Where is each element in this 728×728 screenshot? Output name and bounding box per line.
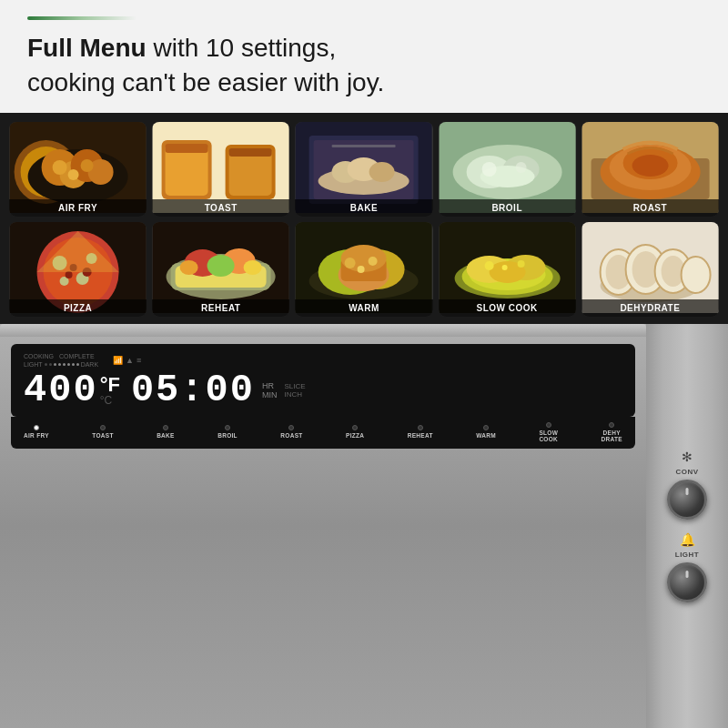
conv-label: CONV — [675, 468, 698, 476]
dot-1 — [45, 363, 47, 366]
btn-slow-cook[interactable]: SLOWCOOK — [539, 422, 558, 444]
food-label-warm: WARM — [295, 299, 432, 317]
btn-dot-reheat — [418, 425, 423, 430]
svg-point-38 — [632, 155, 668, 177]
btn-label-roast: ROAST — [280, 432, 302, 440]
btn-dot-bake — [163, 425, 168, 430]
svg-point-55 — [207, 255, 235, 277]
svg-point-9 — [68, 169, 79, 180]
svg-point-10 — [81, 159, 94, 172]
btn-label-air-fry: AIR FRY — [24, 432, 49, 440]
page-wrapper: Full Menu with 10 settings,cooking can't… — [0, 0, 728, 728]
btn-broil[interactable]: BROIL — [217, 425, 238, 440]
food-label-slow-cook: SLOW COOK — [439, 299, 576, 317]
btn-toast[interactable]: TOAST — [92, 425, 113, 440]
food-label-pizza: PIZZA — [9, 299, 147, 317]
display-unit-f: °F — [100, 375, 120, 395]
svg-rect-17 — [229, 148, 272, 157]
svg-point-48 — [66, 271, 73, 278]
display-time-value: 05:00 — [131, 371, 255, 410]
control-panel: COOKING COMPLETE LIGHT — [0, 324, 728, 728]
btn-air-fry[interactable]: AIR FRY — [24, 425, 49, 440]
svg-point-24 — [369, 162, 395, 182]
svg-point-32 — [515, 162, 526, 173]
food-grid-section: AIR FRY TOAST — [0, 113, 728, 324]
dot-8 — [76, 363, 79, 366]
btn-label-reheat: REHEAT — [408, 432, 433, 440]
food-item-broil[interactable]: BROIL — [439, 122, 576, 217]
svg-point-8 — [53, 160, 67, 175]
btn-label-slow-cook: SLOWCOOK — [539, 430, 558, 444]
panel-top-edge — [0, 324, 646, 337]
time-unit-min: MIN — [262, 390, 278, 399]
svg-rect-25 — [332, 145, 396, 147]
svg-point-56 — [180, 260, 198, 275]
food-item-warm[interactable]: WARM — [295, 222, 432, 317]
light-label: LIGHT — [675, 551, 700, 559]
svg-rect-16 — [166, 144, 208, 153]
svg-point-67 — [358, 266, 365, 273]
header-title: Full Menu with 10 settings,cooking can't… — [27, 31, 701, 100]
display-side-labels: SLICE INCH — [284, 382, 305, 399]
btn-dehydrate[interactable]: DEHYDRATE — [602, 422, 622, 444]
btn-label-broil: BROIL — [217, 432, 238, 440]
light-icon: 🔔 — [680, 532, 695, 547]
btn-dot-toast — [100, 425, 106, 430]
btn-dot-broil — [225, 425, 230, 430]
dot-5 — [63, 363, 66, 366]
btn-pizza[interactable]: PIZZA — [346, 425, 364, 440]
btn-dot-air-fry — [34, 425, 39, 430]
knob-panel: ✻ CONV 🔔 LIGHT — [646, 324, 728, 728]
dot-6 — [67, 363, 70, 366]
light-knob[interactable] — [667, 562, 707, 602]
btn-label-pizza: PIZZA — [346, 432, 364, 440]
food-item-roast[interactable]: ROAST — [581, 122, 719, 217]
conv-icon: ✻ — [682, 450, 693, 464]
display-area: COOKING COMPLETE LIGHT — [11, 344, 635, 417]
dot-3 — [54, 363, 56, 366]
food-item-bake[interactable]: BAKE — [295, 122, 432, 217]
btn-dot-roast — [288, 425, 294, 430]
progress-dots — [45, 363, 79, 366]
food-label-dehydrate: DEHYDRATE — [581, 299, 719, 317]
food-label-toast: TOAST — [152, 199, 289, 217]
btn-label-warm: WARM — [476, 432, 496, 440]
btn-reheat[interactable]: REHEAT — [408, 425, 433, 440]
food-item-reheat[interactable]: REHEAT — [152, 222, 289, 317]
btn-bake[interactable]: BAKE — [157, 425, 175, 440]
display-main: 400 °F °C 05:00 HR MIN SLICE INCH — [24, 371, 622, 410]
status-complete: COMPLETE — [59, 353, 95, 359]
food-item-toast[interactable]: TOAST — [152, 122, 289, 217]
panel-body: COOKING COMPLETE LIGHT — [0, 324, 646, 728]
btn-label-toast: TOAST — [92, 432, 113, 440]
btn-warm[interactable]: WARM — [476, 425, 496, 440]
btn-dot-warm — [483, 425, 489, 430]
light-knob-group: 🔔 LIGHT — [667, 532, 707, 602]
dot-2 — [49, 363, 52, 366]
food-label-reheat: REHEAT — [152, 299, 289, 317]
svg-point-86 — [681, 257, 710, 293]
svg-point-75 — [484, 261, 493, 270]
status-light: LIGHT — [24, 361, 43, 368]
svg-point-66 — [369, 257, 378, 266]
svg-point-31 — [481, 162, 496, 177]
conv-knob[interactable] — [667, 480, 707, 520]
status-dark: DARK — [81, 361, 98, 368]
display-time-units: HR MIN — [262, 381, 278, 399]
food-item-dehydrate[interactable]: DEHYDRATE — [581, 222, 719, 317]
dot-7 — [72, 363, 75, 366]
btn-label-dehydrate: DEHYDRATE — [602, 430, 622, 444]
btn-roast[interactable]: ROAST — [280, 425, 302, 440]
food-item-air-fry[interactable]: AIR FRY — [9, 122, 147, 217]
food-label-roast: ROAST — [581, 199, 719, 217]
btn-dot-pizza — [352, 425, 358, 430]
food-item-slow-cook[interactable]: SLOW COOK — [439, 222, 576, 317]
food-item-pizza[interactable]: PIZZA — [9, 222, 147, 317]
header-accent — [27, 16, 136, 20]
dot-4 — [58, 363, 61, 366]
food-label-bake: BAKE — [295, 199, 432, 217]
side-label-inch: INCH — [284, 390, 302, 399]
conv-knob-group: ✻ CONV — [667, 450, 707, 520]
btn-label-bake: BAKE — [157, 432, 175, 440]
time-unit-hr: HR — [262, 381, 278, 390]
